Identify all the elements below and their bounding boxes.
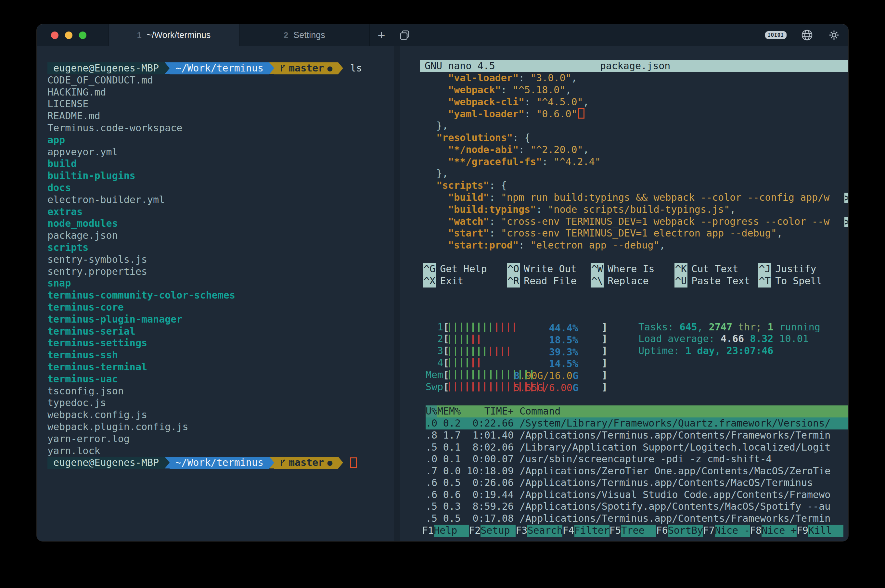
minimize-button[interactable] — [65, 32, 72, 39]
nano-shortcut[interactable]: ^WWhere Is — [591, 263, 675, 275]
meter-value: 5.55G/6.00G — [514, 382, 578, 392]
directory-name: extras — [47, 206, 82, 218]
terminal-cursor[interactable] — [350, 458, 357, 468]
nano-shortcut[interactable]: ^XExit — [423, 275, 507, 287]
process-row[interactable]: .60.50:26.06/Applications/Terminus.app/C… — [426, 477, 848, 489]
nano-shortcut[interactable]: ^KCut Text — [675, 263, 758, 275]
meter-open-bracket: [ — [443, 357, 449, 369]
globe-icon[interactable] — [801, 29, 813, 41]
htop-fkey-bar: F1HelpF2SetupF3SearchF4FilterF5TreeF6Sor… — [422, 525, 848, 537]
meter-open-bracket: [ — [443, 345, 449, 357]
file-name: yarn-error.log — [47, 433, 130, 444]
fkey-button[interactable]: F6SortBy — [656, 525, 703, 537]
meter-value: 39.3% — [549, 346, 578, 356]
nano-shortcut[interactable]: ^UPaste Text — [675, 275, 758, 287]
directory-name: terminus-serial — [47, 326, 135, 337]
file-name: Terminus.code-workspace — [47, 122, 182, 134]
red-bar — [449, 382, 450, 392]
process-row[interactable]: .00.20:22.66/System/Library/Frameworks/Q… — [426, 417, 848, 429]
ls-entry: builtin-plugins — [47, 170, 394, 182]
cell-command: /Applications/Terminus.app/Contents/Fram… — [514, 513, 848, 525]
settings-gear-icon[interactable] — [828, 28, 840, 42]
meter-label: Swp — [426, 381, 443, 393]
meter-label: 2 — [426, 333, 443, 345]
nano-line: "webpack": "^5.18.0", — [424, 84, 848, 96]
process-row[interactable]: .60.60:19.44/Applications/Visual Studio … — [426, 489, 848, 501]
red-bar — [490, 382, 492, 392]
pane-divider[interactable] — [394, 46, 400, 541]
meter-value-span: 44.4% — [549, 322, 578, 332]
text-span: : — [519, 239, 530, 251]
tab-work-terminus[interactable]: 1 ~/Work/terminus — [108, 24, 239, 46]
process-row[interactable]: .50.38:59.26/Applications/Spotify.app/Co… — [426, 501, 848, 513]
nano-line: "build": "npm run build:typings && webpa… — [424, 192, 848, 204]
nano-shortcut[interactable]: ^GGet Help — [423, 263, 507, 275]
nano-shortcut[interactable]: ^TTo Spell — [758, 275, 842, 287]
fkey-action: Tree — [621, 525, 656, 537]
shortcut-label: Replace — [608, 275, 648, 287]
serial-port-icon[interactable]: IOIOI — [765, 31, 786, 39]
close-button[interactable] — [51, 32, 58, 39]
fkey-button[interactable]: F9Kill — [796, 525, 843, 537]
cpu-meter: Mem[8.90G/16.0G] — [426, 369, 608, 381]
directory-name: node_modules — [47, 218, 118, 229]
process-row[interactable]: .70.010:18.09/Applications/ZeroTier One.… — [426, 465, 848, 477]
text-span: "start:prod" — [448, 239, 519, 251]
fkey-button[interactable]: F2Setup — [469, 525, 516, 537]
text-span: 645 — [680, 321, 697, 333]
meter-value: 18.5% — [549, 334, 578, 344]
nano-line: }, — [424, 120, 848, 132]
text-span: : — [519, 72, 530, 84]
directory-name: terminus-ssh — [47, 349, 118, 361]
cell-command: /Library/Application Support/Logitech.lo… — [514, 441, 848, 453]
green-bar — [490, 322, 491, 332]
text-span: 1 — [767, 321, 773, 333]
cpu-meter: 1[44.4%] — [426, 321, 608, 333]
text-span: "webpack" — [448, 84, 501, 96]
meter-open-bracket: [ — [443, 369, 449, 381]
new-tab-button[interactable]: + — [370, 24, 393, 46]
fkey-button[interactable]: F5Tree — [609, 525, 656, 537]
cpu-meter: 4[14.5%] — [426, 357, 608, 369]
text-span: "npm run build:typings && webpack --colo… — [501, 192, 830, 203]
process-row[interactable]: .00.10:00.07/usr/sbin/screencapture -pdi… — [426, 453, 848, 465]
split-pane-icon[interactable] — [393, 24, 417, 46]
text-span: "^2.20.0" — [530, 144, 583, 155]
meter-label: 3 — [426, 345, 443, 357]
summary-line: Load average: 4.66 8.32 10.01 — [638, 333, 820, 345]
text-span: "^4.5.0" — [536, 96, 583, 108]
directory-name: app — [47, 134, 65, 146]
screen: 1 ~/Work/terminus 2 Settings + IOIOI — [0, 0, 885, 588]
fkey-button[interactable]: F4Filter — [562, 525, 609, 537]
fkey-button[interactable]: F3Search — [516, 525, 562, 537]
cell-mem: 0.3 — [437, 501, 461, 513]
text-span: running — [773, 321, 820, 333]
terminal-pane[interactable]: eugene@Eugenes-MBP~/Work/terminusmaster●… — [37, 46, 394, 541]
right-pane[interactable]: package.json GNU nano 4.5 "val-loader": … — [400, 46, 848, 541]
terminus-window: 1 ~/Work/terminus 2 Settings + IOIOI — [37, 24, 848, 541]
process-row[interactable]: .50.18:02.06/Library/Application Support… — [426, 441, 848, 453]
maximize-button[interactable] — [79, 32, 86, 39]
shortcut-key: ^\ — [591, 275, 604, 288]
process-row[interactable]: .50.50:17.08/Applications/Terminus.app/C… — [426, 513, 848, 525]
nano-shortcut[interactable]: ^OWrite Out — [507, 263, 591, 275]
tab-settings[interactable]: 2 Settings — [239, 24, 370, 46]
nano-shortcut[interactable]: ^JJustify — [758, 263, 842, 275]
fkey-button[interactable]: F7Nice - — [703, 525, 750, 537]
nano-shortcut[interactable]: ^\Replace — [591, 275, 675, 287]
red-bar — [496, 322, 497, 332]
meter-label: Mem — [426, 369, 443, 381]
cpu-meter: 3[39.3%] — [426, 345, 608, 357]
red-bar — [508, 346, 509, 356]
nano-editor[interactable]: "val-loader": "3.0.0", "webpack": "^5.18… — [420, 72, 848, 252]
nano-shortcut[interactable]: ^RRead File — [507, 275, 591, 287]
process-row[interactable]: .81.71:01.40/Applications/Terminus.app/C… — [426, 429, 848, 441]
panes-container: eugene@Eugenes-MBP~/Work/terminusmaster●… — [37, 46, 848, 541]
green-bar — [496, 370, 497, 380]
cell-mem: 1.7 — [437, 429, 461, 441]
text-span — [424, 72, 448, 84]
fkey-button[interactable]: F1Help — [422, 525, 469, 537]
directory-name: terminus-uac — [47, 373, 118, 385]
fkey-button[interactable]: F8Nice + — [750, 525, 796, 537]
cell-command: /usr/sbin/screencapture -pdi -z cmd-shif… — [514, 453, 848, 465]
